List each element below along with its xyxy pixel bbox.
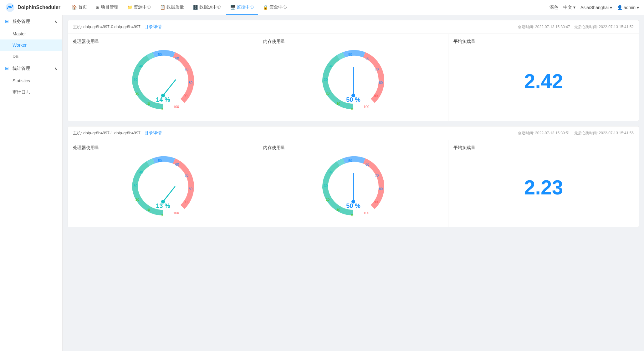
server-2-header: 主机: dolp-gr8b4997-1.dolp-gr8b4997 目录详情 创… [68,126,639,140]
server-2-memory-title: 内存使用量 [263,145,443,151]
server-1-memory-title: 内存使用量 [263,39,443,44]
server-2-host: 主机: dolp-gr8b4997-1.dolp-gr8b4997 目录详情 [73,130,162,136]
theme-toggle[interactable]: 深色 [549,5,558,10]
svg-text:20: 20 [325,198,329,201]
svg-text:0: 0 [351,213,353,217]
server-1-load-title: 平均负载量 [453,39,634,44]
svg-text:80: 80 [379,187,382,191]
sidebar-group-stats-header[interactable]: ⊞ 统计管理 ∧ [0,62,62,75]
server-1-load-panel: 平均负载量 2.42 [448,34,639,121]
server-2-cpu-title: 处理器使用量 [73,145,253,151]
logo: DolphinScheduler [5,3,60,13]
svg-text:20: 20 [325,91,329,95]
server-2-load-value: 2.23 [453,153,634,222]
server-2-cpu-svg: 0 10 20 30 40 50 60 70 80 90 100 [129,153,197,222]
svg-text:70: 70 [375,173,378,177]
svg-text:50: 50 [348,53,352,56]
svg-text:60: 60 [175,56,179,60]
nav-security[interactable]: 🔒 安全中心 [259,0,291,15]
nav-monitor[interactable]: 🖥️ 监控中心 [226,0,258,15]
svg-text:100: 100 [173,105,179,109]
nav-home[interactable]: 🏠 首页 [68,0,91,15]
server-2-memory-gauge: 0 10 20 30 40 50 60 70 80 90 100 [263,153,443,222]
nav-resource[interactable]: 📁 资源中心 [123,0,155,15]
nav-quality[interactable]: 📋 数据质量 [156,0,188,15]
svg-point-1 [9,6,11,8]
svg-line-41 [163,187,175,202]
svg-text:100: 100 [173,211,179,215]
chevron-up-icon: ∧ [54,19,57,24]
nav-datasource[interactable]: 🗄️ 数据源中心 [189,0,225,15]
svg-text:10: 10 [336,102,340,106]
server-2-load-panel: 平均负载量 2.23 [448,140,639,227]
svg-text:100: 100 [363,211,369,215]
svg-text:100: 100 [363,105,369,109]
svg-text:40: 40 [329,170,333,174]
monitor-icon: 🖥️ [230,5,235,10]
svg-text:90: 90 [183,200,187,204]
lang-select[interactable]: 中文 ▾ [563,5,575,10]
svg-text:80: 80 [188,81,192,85]
server-2-memory-panel: 内存使用量 0 10 20 30 40 50 [258,140,448,227]
server-1-cpu-gauge: 0 10 20 30 40 50 60 [73,47,253,116]
layout: ⊞ 服务管理 ∧ Master Worker DB ⊞ 统计管理 [0,15,644,351]
svg-text:20: 20 [135,91,139,95]
server-block-2: 主机: dolp-gr8b4997-1.dolp-gr8b4997 目录详情 创… [68,126,639,227]
svg-text:60: 60 [365,56,369,60]
home-icon: 🏠 [72,5,77,10]
svg-text:70: 70 [184,67,188,71]
server-2-times: 创建时间: 2022-07-13 15:39:51 最后心跳时间: 2022-0… [518,131,634,136]
nav-right: 深色 中文 ▾ Asia/Shanghai ▾ 👤 admin ▾ [549,5,639,10]
svg-text:30: 30 [324,184,327,188]
svg-text:30: 30 [133,78,137,81]
server-2-cpu-panel: 处理器使用量 0 10 20 30 40 50 [68,140,258,227]
server-block-1: 主机: dolp-gr8b4997-0.dolp-gr8b4997 目录详情 创… [68,20,639,121]
svg-text:30: 30 [324,78,327,81]
sidebar-group-service-header[interactable]: ⊞ 服务管理 ∧ [0,15,62,28]
datasource-icon: 🗄️ [193,5,198,10]
nav-project[interactable]: ⊞ 项目管理 [92,0,122,15]
svg-text:50: 50 [158,53,161,56]
chevron-up-icon-stats: ∧ [54,66,57,71]
server-1-memory-panel: 内存使用量 0 10 20 30 40 50 [258,34,448,121]
project-icon: ⊞ [96,5,100,10]
svg-text:70: 70 [375,67,378,71]
sidebar-item-master[interactable]: Master [0,28,62,39]
sidebar-group-service: ⊞ 服务管理 ∧ Master Worker DB [0,15,62,62]
user-menu[interactable]: 👤 admin ▾ [617,5,639,10]
svg-text:40: 40 [139,64,143,68]
svg-text:90: 90 [374,94,377,98]
grid-icon-stats: ⊞ [5,66,9,71]
server-1-times: 创建时间: 2022-07-13 15:30:47 最后心跳时间: 2022-0… [518,24,634,30]
sidebar-item-statistics[interactable]: Statistics [0,75,62,86]
svg-text:90: 90 [374,200,377,204]
server-2-load-title: 平均负载量 [453,145,634,151]
sidebar-item-db[interactable]: DB [0,51,62,62]
sidebar: ⊞ 服务管理 ∧ Master Worker DB ⊞ 统计管理 [0,15,63,351]
server-2-metrics: 处理器使用量 0 10 20 30 40 50 [68,140,639,227]
svg-text:0: 0 [161,213,162,217]
svg-text:13 %: 13 % [156,202,170,209]
server-1-cpu-panel: 处理器使用量 [68,34,258,121]
svg-text:14 %: 14 % [156,96,170,103]
sidebar-item-audit[interactable]: 审计日志 [0,86,62,98]
logo-icon [5,3,15,13]
svg-text:60: 60 [175,163,179,166]
grid-icon-service: ⊞ [5,19,9,24]
server-1-cpu-svg: 0 10 20 30 40 50 60 [129,47,197,116]
svg-text:50: 50 [158,159,161,163]
timezone-select[interactable]: Asia/Shanghai ▾ [580,5,612,10]
svg-text:80: 80 [379,81,382,85]
server-1-load-value: 2.42 [453,47,634,116]
svg-text:90: 90 [183,94,187,98]
sidebar-group-stats: ⊞ 统计管理 ∧ Statistics 审计日志 [0,62,62,98]
main-content: 主机: dolp-gr8b4997-0.dolp-gr8b4997 目录详情 创… [63,15,644,351]
svg-text:50: 50 [348,159,352,163]
svg-text:10: 10 [146,208,150,212]
svg-text:40: 40 [329,64,333,68]
svg-text:0: 0 [351,107,353,111]
server-1-metrics: 处理器使用量 [68,34,639,121]
svg-text:60: 60 [365,163,369,166]
sidebar-item-worker[interactable]: Worker [0,39,62,51]
server-1-memory-gauge: 0 10 20 30 40 50 60 70 80 90 100 [263,47,443,116]
